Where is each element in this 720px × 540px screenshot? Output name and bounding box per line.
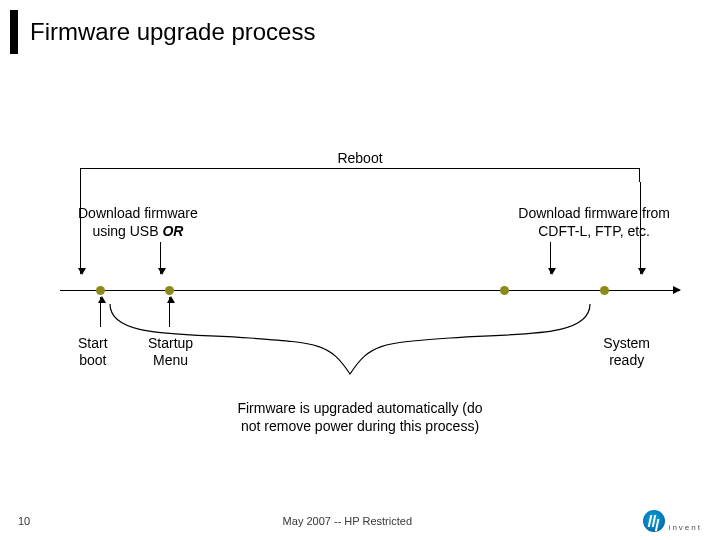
slide-footer: 10 May 2007 -- HP Restricted invent: [0, 510, 720, 532]
label-system-ready-line1: System: [603, 335, 650, 352]
download-ftp-line1: Download firmware from: [518, 205, 670, 223]
label-system-ready: System ready: [603, 335, 650, 369]
download-usb-line2-pre: using USB: [92, 223, 162, 239]
event-dot-download: [500, 286, 509, 295]
reboot-bracket: [80, 168, 640, 182]
firmware-note: Firmware is upgraded automatically (do n…: [0, 400, 720, 435]
reboot-arrow-left: [80, 182, 81, 274]
curly-brace-icon: [100, 298, 600, 378]
hp-logo-icon: [643, 510, 665, 532]
firmware-diagram: Reboot Download firmware using USB OR Do…: [0, 150, 720, 410]
download-usb-arrow: [160, 242, 161, 274]
event-dot-start-boot: [96, 286, 105, 295]
hp-logo-block: invent: [637, 510, 702, 532]
page-number: 10: [18, 515, 58, 527]
page-title: Firmware upgrade process: [30, 18, 315, 46]
hp-logo-text: invent: [669, 523, 702, 532]
download-usb-line2: using USB OR: [78, 223, 198, 241]
download-usb-line2-em: OR: [162, 223, 183, 239]
footer-center-text: May 2007 -- HP Restricted: [58, 515, 637, 527]
reboot-arrow-right: [640, 182, 641, 274]
download-ftp-label: Download firmware from CDFT-L, FTP, etc.: [518, 205, 670, 240]
firmware-note-line1: Firmware is upgraded automatically (do: [0, 400, 720, 418]
title-accent-bar: [10, 10, 18, 54]
download-usb-label: Download firmware using USB OR: [78, 205, 198, 240]
timeline-axis: [60, 290, 680, 291]
event-dot-system-ready: [600, 286, 609, 295]
event-dot-startup-menu: [165, 286, 174, 295]
download-ftp-line2: CDFT-L, FTP, etc.: [518, 223, 670, 241]
download-usb-line1: Download firmware: [78, 205, 198, 223]
download-ftp-arrow: [550, 242, 551, 274]
reboot-label: Reboot: [0, 150, 720, 166]
firmware-brace: [100, 298, 600, 378]
firmware-note-line2: not remove power during this process): [0, 418, 720, 436]
label-system-ready-line2: ready: [603, 352, 650, 369]
